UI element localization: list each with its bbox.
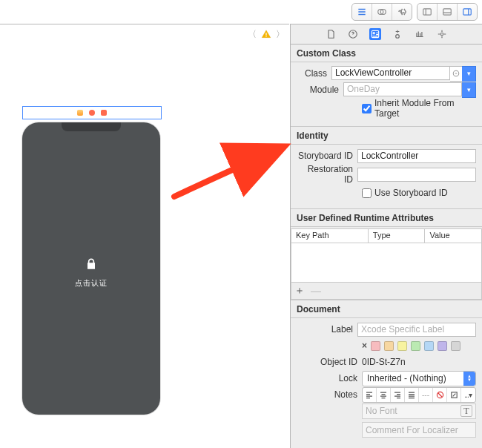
attributes-inspector-icon[interactable]	[392, 28, 403, 40]
lock-label: Lock	[297, 373, 357, 383]
notes-formatting-seg[interactable]: --- ...▾	[362, 387, 476, 403]
device-notch	[62, 122, 121, 131]
label-swatches: ×	[362, 340, 476, 351]
chevron-updown-icon: ▲▼	[463, 372, 475, 386]
chevron-right-icon[interactable]: 〉	[276, 28, 285, 41]
device-content: 点击认证	[22, 257, 160, 289]
lock-icon	[84, 257, 99, 274]
sep-icon: ---	[419, 388, 433, 402]
localizer-placeholder: Comment For Localizer	[366, 425, 458, 435]
help-inspector-icon[interactable]	[347, 28, 359, 40]
lock-select[interactable]: Inherited - (Nothing) ▲▼	[362, 371, 476, 386]
inspector-tabs[interactable]	[291, 24, 482, 45]
restoration-id-field[interactable]	[357, 168, 476, 182]
first-responder-icon[interactable]	[77, 110, 83, 116]
notes-label: Notes	[297, 389, 357, 400]
connections-inspector-icon[interactable]	[436, 28, 448, 40]
more-icon[interactable]: ...▾	[461, 388, 475, 402]
swatch-green[interactable]	[411, 341, 420, 351]
storyboard-id-field[interactable]	[357, 149, 476, 163]
swatch-orange[interactable]	[384, 341, 394, 351]
doc-label-label: Label	[297, 324, 353, 335]
svg-rect-2	[423, 9, 432, 15]
inherit-module-label: Inherit Module From Target	[374, 98, 476, 119]
swatch-none-icon[interactable]: ×	[362, 340, 367, 351]
font-picker-icon[interactable]: T	[460, 405, 472, 417]
remove-attr-button[interactable]: —	[311, 285, 321, 297]
assistant-icon[interactable]	[352, 4, 372, 20]
restoration-id-label: Restoration ID	[297, 164, 353, 185]
add-attr-button[interactable]: ＋	[294, 284, 305, 297]
runtime-attrs-header: User Defined Runtime Attributes	[291, 208, 482, 227]
svg-rect-4	[463, 9, 472, 15]
document-body: Label × Object ID 0ID-St-Z7n Lock Inhe	[291, 318, 482, 445]
clear-icon[interactable]	[450, 66, 462, 82]
doc-label-field[interactable]	[357, 323, 476, 337]
swatch-blue[interactable]	[424, 341, 434, 351]
swatch-gray[interactable]	[451, 341, 460, 351]
align-justify-icon[interactable]	[405, 388, 419, 402]
align-center-icon[interactable]	[377, 388, 391, 402]
col-keypath[interactable]: Key Path	[291, 229, 369, 243]
align-right-icon[interactable]	[391, 388, 405, 402]
custom-class-body: Class ▾ Module ▾ Inherit Module From Tar…	[291, 62, 482, 126]
font-placeholder: No Font	[366, 406, 397, 416]
class-dropdown-icon[interactable]: ▾	[462, 66, 476, 82]
editor-navbar: 〈 〉	[0, 24, 289, 45]
svg-rect-3	[443, 9, 452, 15]
identity-body: Storyboard ID Restoration ID Use Storybo…	[291, 145, 482, 208]
assistant-arrow-icon[interactable]	[392, 4, 412, 20]
use-storyboard-id-label: Use Storyboard ID	[374, 188, 448, 198]
top-toolbar	[351, 3, 478, 21]
swatch-red[interactable]	[371, 341, 380, 351]
col-value[interactable]: Value	[425, 229, 481, 243]
swatch-purple[interactable]	[438, 341, 447, 351]
scene-dock[interactable]	[22, 106, 162, 119]
inherit-module-checkbox[interactable]	[362, 104, 372, 113]
class-field[interactable]	[331, 66, 450, 80]
class-label: Class	[297, 68, 327, 79]
storyboard-id-label: Storyboard ID	[297, 151, 353, 161]
right-panel-icon[interactable]	[458, 4, 477, 20]
lock-select-value: Inherited - (Nothing)	[367, 373, 446, 383]
object-id-label: Object ID	[297, 357, 357, 367]
device-preview[interactable]: 点击认证	[22, 122, 160, 415]
storyboard-ref-icon[interactable]	[101, 110, 107, 116]
storyboard-canvas[interactable]: 点击认证	[0, 44, 289, 448]
exit-icon[interactable]	[89, 110, 95, 116]
device-caption: 点击认证	[75, 278, 108, 289]
use-storyboard-id-checkbox[interactable]	[362, 188, 372, 198]
assistant-rings-icon[interactable]	[372, 4, 392, 20]
object-id-value: 0ID-St-Z7n	[362, 357, 476, 367]
svg-point-10	[440, 33, 443, 36]
runtime-attrs-table: Key Path Type Value ＋ —	[291, 228, 482, 300]
box-icon[interactable]	[447, 388, 461, 402]
custom-class-header: Custom Class	[291, 45, 482, 62]
module-dropdown-icon[interactable]: ▾	[462, 82, 476, 98]
inspector-panel: Custom Class Class ▾ Module ▾ Inherit	[290, 24, 482, 448]
panels-seg[interactable]	[417, 3, 478, 21]
identity-header: Identity	[291, 126, 482, 145]
stop-icon[interactable]	[433, 388, 447, 402]
svg-rect-6	[265, 36, 266, 37]
bottom-panel-icon[interactable]	[438, 4, 458, 20]
module-field[interactable]	[343, 82, 462, 96]
file-inspector-icon[interactable]	[325, 28, 337, 40]
size-inspector-icon[interactable]	[414, 28, 426, 40]
align-left-icon[interactable]	[363, 388, 377, 402]
localizer-comment-field[interactable]: Comment For Localizer	[362, 422, 476, 438]
font-field[interactable]: No Font T	[362, 403, 476, 419]
col-type[interactable]: Type	[369, 229, 426, 243]
module-label: Module	[297, 85, 339, 95]
chevron-left-icon[interactable]: 〈	[248, 28, 257, 41]
svg-point-9	[373, 33, 374, 34]
identity-inspector-icon[interactable]	[369, 28, 381, 40]
document-header: Document	[291, 300, 482, 318]
assistant-seg[interactable]	[351, 3, 412, 21]
runtime-attrs-body[interactable]	[291, 243, 482, 283]
swatch-yellow[interactable]	[397, 341, 407, 351]
warning-icon[interactable]	[261, 29, 271, 39]
left-panel-icon[interactable]	[417, 4, 438, 20]
svg-rect-5	[265, 33, 266, 36]
